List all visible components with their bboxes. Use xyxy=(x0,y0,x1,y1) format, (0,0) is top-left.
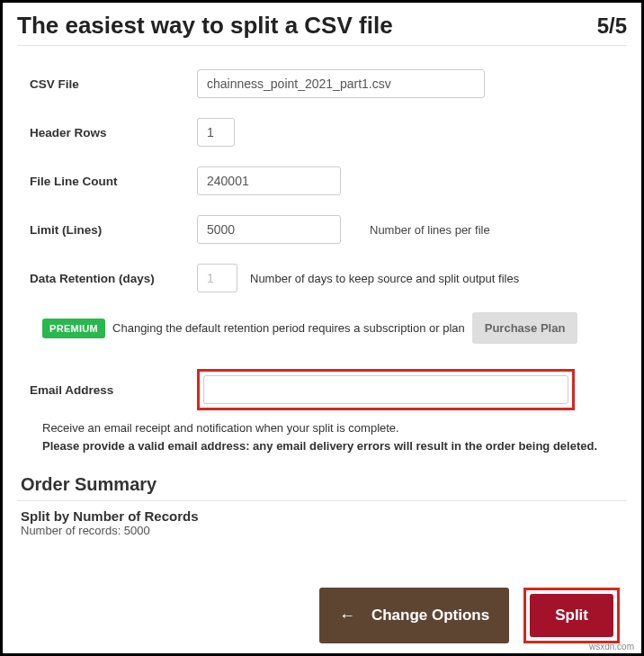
change-options-label: Change Options xyxy=(371,607,489,625)
change-options-button[interactable]: ← Change Options xyxy=(319,588,509,643)
input-csv-file[interactable] xyxy=(197,69,485,98)
label-email: Email Address xyxy=(17,383,197,397)
title-row: The easiest way to split a CSV file 5/5 xyxy=(17,12,627,46)
email-notice: Receive an email receipt and notificatio… xyxy=(17,419,627,454)
order-summary-sub: Number of records: 5000 xyxy=(21,524,623,537)
purchase-plan-button[interactable]: Purchase Plan xyxy=(472,312,578,344)
input-file-line-count[interactable] xyxy=(197,166,341,195)
row-limit: Limit (Lines) Number of lines per file xyxy=(17,215,627,244)
input-header-rows[interactable] xyxy=(197,118,235,147)
arrow-left-icon: ← xyxy=(339,607,355,624)
order-summary-body: Split by Number of Records Number of rec… xyxy=(17,501,627,544)
notice-line1: Receive an email receipt and notificatio… xyxy=(42,419,627,437)
row-file-line-count: File Line Count xyxy=(17,166,627,195)
label-csv-file: CSV File xyxy=(17,77,197,91)
page-container: The easiest way to split a CSV file 5/5 … xyxy=(3,3,641,656)
hint-data-retention: Number of days to keep source and split … xyxy=(250,272,519,285)
premium-badge: PREMIUM xyxy=(42,319,105,338)
label-data-retention: Data Retention (days) xyxy=(17,272,197,285)
label-header-rows: Header Rows xyxy=(17,126,197,139)
step-indicator: 5/5 xyxy=(597,13,627,39)
split-button[interactable]: Split xyxy=(530,594,613,637)
actions-row: ← Change Options Split xyxy=(17,588,627,643)
row-data-retention: Data Retention (days) Number of days to … xyxy=(17,264,627,292)
label-limit: Limit (Lines) xyxy=(17,223,197,237)
page-title: The easiest way to split a CSV file xyxy=(17,12,393,40)
source-watermark: wsxdn.com xyxy=(589,642,634,652)
row-csv-file: CSV File xyxy=(17,69,627,98)
premium-text: Changing the default retention period re… xyxy=(112,321,465,335)
input-email[interactable] xyxy=(203,375,568,404)
hint-limit: Number of lines per file xyxy=(370,223,490,237)
split-highlight-box: Split xyxy=(523,588,620,643)
premium-row: PREMIUM Changing the default retention p… xyxy=(42,312,627,344)
input-data-retention xyxy=(197,264,237,292)
order-summary-title: Split by Number of Records xyxy=(21,508,623,524)
label-file-line-count: File Line Count xyxy=(17,175,197,188)
input-limit[interactable] xyxy=(197,215,341,244)
order-summary-heading: Order Summary xyxy=(17,471,627,501)
notice-line2: Please provide a valid email address: an… xyxy=(42,439,597,453)
row-header-rows: Header Rows xyxy=(17,118,627,147)
row-email: Email Address xyxy=(17,369,627,410)
email-highlight-box xyxy=(197,369,575,410)
